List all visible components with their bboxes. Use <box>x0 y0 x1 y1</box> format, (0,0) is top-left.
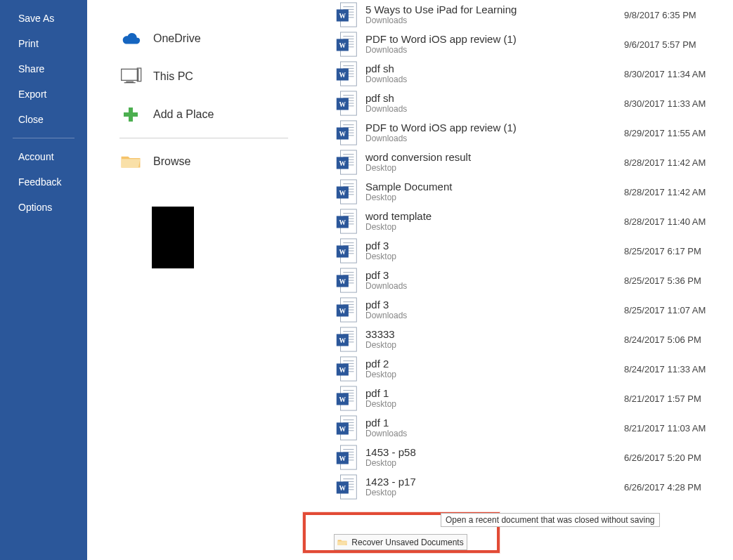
svg-rect-2 <box>126 82 134 82</box>
file-location: Downloads <box>365 134 624 143</box>
recent-file-row[interactable]: W Sample DocumentDesktop8/28/2017 11:42 … <box>336 177 722 207</box>
file-date: 9/6/2017 5:57 PM <box>624 39 722 50</box>
file-date: 8/25/2017 6:17 PM <box>624 246 722 256</box>
file-name: word template <box>365 211 624 223</box>
recent-file-row[interactable]: W pdf shDownloads8/30/2017 11:34 AM <box>336 59 722 89</box>
file-name: pdf sh <box>365 63 624 75</box>
location-browse[interactable]: Browse <box>119 143 302 181</box>
file-location: Downloads <box>365 311 624 320</box>
word-doc-icon: W <box>336 415 358 441</box>
file-info: pdf 3Downloads <box>365 270 624 292</box>
nav-account[interactable]: Account <box>0 144 87 169</box>
file-info: PDF to Word iOS app review (1)Downloads <box>365 34 624 56</box>
redacted-thumbnail <box>152 207 194 268</box>
recover-unsaved-button[interactable]: Recover Unsaved Documents <box>334 534 467 550</box>
location-onedrive[interactable]: OneDrive <box>119 20 302 58</box>
svg-text:W: W <box>339 485 346 492</box>
file-date: 6/26/2017 4:28 PM <box>624 482 722 493</box>
file-location: Downloads <box>365 104 624 114</box>
word-doc-icon: W <box>336 1 358 28</box>
file-info: PDF to Word iOS app review (1)Downloads <box>365 122 624 144</box>
recent-file-row[interactable]: W pdf 3Downloads8/25/2017 5:36 PM <box>336 266 722 295</box>
file-name: PDF to Word iOS app review (1) <box>365 122 624 134</box>
nav-export[interactable]: Export <box>0 82 87 107</box>
location-label: Browse <box>153 155 190 168</box>
word-doc-icon: W <box>336 297 358 323</box>
word-doc-icon: W <box>336 178 358 205</box>
file-name: pdf 3 <box>365 270 624 282</box>
file-location: Downloads <box>365 74 624 84</box>
word-doc-icon: W <box>336 90 358 117</box>
file-location: Desktop <box>365 370 624 379</box>
file-location: Downloads <box>365 429 624 438</box>
recent-file-row[interactable]: W pdf 2Desktop8/24/2017 11:33 AM <box>336 354 722 384</box>
file-info: 1423 - p17Desktop <box>365 476 624 498</box>
recent-file-row[interactable]: W pdf 3Downloads8/25/2017 11:07 AM <box>336 295 722 325</box>
file-date: 8/25/2017 5:36 PM <box>624 275 722 286</box>
nav-print[interactable]: Print <box>0 31 87 56</box>
nav-options[interactable]: Options <box>0 195 87 220</box>
recent-file-row[interactable]: W 1453 - p58Desktop6/26/2017 5:20 PM <box>336 443 722 472</box>
nav-share[interactable]: Share <box>0 56 87 82</box>
word-doc-icon: W <box>336 444 358 471</box>
file-date: 8/21/2017 11:03 AM <box>624 423 722 434</box>
recent-file-row[interactable]: W 5 Ways to Use iPad for LearningDownloa… <box>336 0 722 30</box>
recent-file-row[interactable]: W pdf 1Downloads8/21/2017 11:03 AM <box>336 413 722 443</box>
svg-text:W: W <box>339 426 346 433</box>
svg-text:W: W <box>339 249 346 256</box>
svg-text:W: W <box>339 190 346 197</box>
svg-text:W: W <box>339 308 346 315</box>
file-info: 5 Ways to Use iPad for LearningDownloads <box>365 4 624 26</box>
recover-tooltip: Open a recent document that was closed w… <box>441 513 660 527</box>
recent-file-row[interactable]: W word templateDesktop8/28/2017 11:40 AM <box>336 207 722 236</box>
file-info: word conversion resultDesktop <box>365 152 624 174</box>
recent-file-row[interactable]: W pdf shDownloads8/30/2017 11:33 AM <box>336 89 722 118</box>
location-divider <box>119 138 288 138</box>
file-location: Desktop <box>365 193 624 202</box>
file-location: Downloads <box>365 45 624 55</box>
file-name: 1453 - p58 <box>365 447 624 459</box>
file-info: pdf 3Desktop <box>365 240 624 262</box>
svg-text:W: W <box>339 396 346 403</box>
recent-file-row[interactable]: W pdf 1Desktop8/21/2017 1:57 PM <box>336 384 722 413</box>
svg-text:W: W <box>339 42 346 49</box>
svg-text:W: W <box>339 160 346 167</box>
recent-file-row[interactable]: W pdf 3Desktop8/25/2017 6:17 PM <box>336 236 722 266</box>
svg-text:W: W <box>339 101 346 108</box>
location-label: Add a Place <box>153 108 214 121</box>
word-doc-icon: W <box>336 60 358 87</box>
recent-file-row[interactable]: W PDF to Word iOS app review (1)Download… <box>336 118 722 148</box>
svg-rect-5 <box>124 112 138 117</box>
folder-icon <box>337 538 347 547</box>
file-date: 8/29/2017 11:55 AM <box>624 128 722 138</box>
nav-close[interactable]: Close <box>0 107 87 132</box>
word-doc-icon: W <box>336 356 358 382</box>
file-info: pdf 1Desktop <box>365 388 624 410</box>
file-name: 33333 <box>365 329 624 341</box>
file-info: pdf shDownloads <box>365 93 624 115</box>
word-doc-icon: W <box>336 267 358 294</box>
file-location: Desktop <box>365 252 624 261</box>
file-date: 8/21/2017 1:57 PM <box>624 393 722 404</box>
recent-file-row[interactable]: W PDF to Word iOS app review (1)Download… <box>336 30 722 59</box>
word-doc-icon: W <box>336 208 358 235</box>
nav-feedback[interactable]: Feedback <box>0 169 87 195</box>
svg-text:W: W <box>339 13 346 20</box>
file-name: pdf 3 <box>365 240 624 252</box>
word-doc-icon: W <box>336 149 358 176</box>
svg-text:W: W <box>339 131 346 138</box>
file-date: 8/30/2017 11:33 AM <box>624 98 722 109</box>
file-location: Desktop <box>365 222 624 232</box>
file-info: word templateDesktop <box>365 211 624 233</box>
recent-file-row[interactable]: W 1423 - p17Desktop6/26/2017 4:28 PM <box>336 472 722 502</box>
recent-file-row[interactable]: W word conversion resultDesktop8/28/2017… <box>336 148 722 177</box>
word-doc-icon: W <box>336 385 358 412</box>
sidebar-divider <box>13 138 74 138</box>
file-date: 8/24/2017 5:06 PM <box>624 334 722 345</box>
file-date: 8/25/2017 11:07 AM <box>624 305 722 315</box>
location-thispc[interactable]: This PC <box>119 58 302 96</box>
file-location: Desktop <box>365 163 624 173</box>
nav-save-as[interactable]: Save As <box>0 6 87 31</box>
recent-file-row[interactable]: W 33333Desktop8/24/2017 5:06 PM <box>336 325 722 354</box>
location-add-place[interactable]: Add a Place <box>119 96 302 134</box>
